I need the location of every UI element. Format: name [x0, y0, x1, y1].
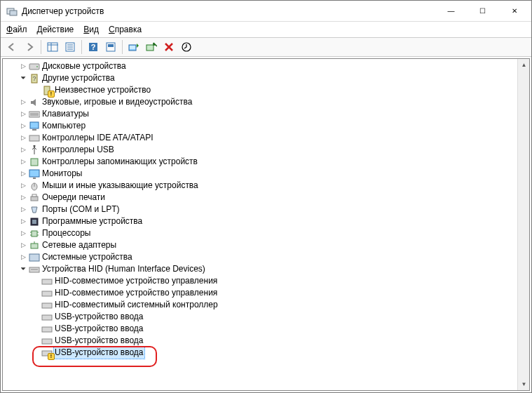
disable-button[interactable]: [161, 39, 177, 55]
expand-arrow-icon[interactable]: ▷: [18, 239, 28, 251]
tree-item-usb-input[interactable]: USB-устройство ввода: [3, 323, 517, 335]
tree-item-sound[interactable]: ▷ Звуковые, игровые и видеоустройства: [3, 96, 517, 108]
warning-overlay-icon: !: [48, 353, 55, 360]
tree-item-usb[interactable]: ▷ Контроллеры USB: [3, 144, 517, 156]
window-title: Диспетчер устройств: [22, 6, 435, 16]
svg-rect-50: [42, 303, 52, 308]
tree-item-other[interactable]: ⏷ ? Другие устройства: [3, 72, 517, 84]
svg-rect-1: [10, 11, 17, 15]
expand-arrow-icon[interactable]: ▷: [18, 215, 28, 227]
svg-rect-52: [42, 327, 52, 332]
expand-arrow-icon[interactable]: ▷: [18, 251, 28, 263]
device-tree[interactable]: ▷ Дисковые устройства ⏷ ? Другие устройс…: [3, 59, 517, 390]
maximize-button[interactable]: ☐: [467, 1, 498, 21]
expand-arrow-icon[interactable]: ▷: [18, 204, 28, 215]
tree-item-keyboards[interactable]: ▷ Клавиатуры: [3, 108, 517, 120]
tree-item-cpu[interactable]: ▷ Процессоры: [3, 227, 517, 239]
expand-arrow-icon[interactable]: ▷: [18, 120, 28, 132]
tree-item-unknown[interactable]: ! Неизвестное устройство: [3, 84, 517, 96]
scroll-down-button[interactable]: ▼: [518, 378, 530, 390]
tree-item-usb-input[interactable]: USB-устройство ввода: [3, 335, 517, 347]
menu-file[interactable]: Файл: [6, 25, 27, 34]
expand-arrow-icon[interactable]: ▷: [18, 192, 28, 204]
other-icon: ?: [28, 73, 41, 84]
menubar: Файл Действие Вид Справка: [1, 22, 531, 37]
nav-forward-button[interactable]: [21, 39, 38, 55]
svg-rect-43: [31, 244, 38, 248]
svg-rect-35: [32, 194, 36, 196]
titlebar[interactable]: Диспетчер устройств — ☐ ✕: [1, 1, 531, 22]
expand-arrow-icon[interactable]: ▷: [18, 132, 28, 144]
update-driver-button[interactable]: [125, 39, 142, 55]
tree-item-usb-input-warning[interactable]: ! USB-устройство ввода: [3, 347, 517, 359]
tree-item-netadapters[interactable]: ▷ Сетевые адаптеры: [3, 239, 517, 251]
tree-item-storage-ctl[interactable]: ▷ Контроллеры запоминающих устройств: [3, 156, 517, 168]
tree-item-usb-input[interactable]: USB-устройство ввода: [3, 311, 517, 323]
tree-item-disk[interactable]: ▷ Дисковые устройства: [3, 60, 517, 72]
minimize-button[interactable]: —: [435, 1, 467, 21]
scan-hardware-button[interactable]: [178, 39, 195, 55]
help-button[interactable]: ?: [85, 39, 102, 55]
expand-arrow-icon[interactable]: ▷: [18, 60, 28, 72]
app-icon: [6, 6, 18, 17]
hid-device-icon: [41, 324, 53, 335]
menu-help[interactable]: Справка: [109, 25, 142, 34]
show-hide-tree-button[interactable]: [44, 39, 61, 55]
tree-item-sysdev[interactable]: ▷ Системные устройства: [3, 251, 517, 263]
tree-item-printq[interactable]: ▷ Очереди печати: [3, 192, 517, 204]
tree-item-ide[interactable]: ▷ Контроллеры IDE ATA/ATAPI: [3, 132, 517, 144]
cpu-icon: [28, 228, 41, 239]
toolbar: ?: [1, 37, 531, 57]
ports-icon: [28, 204, 41, 215]
uninstall-button[interactable]: [143, 39, 160, 55]
hid-device-icon: !: [41, 347, 53, 359]
network-icon: [28, 240, 41, 251]
printer-icon: [28, 192, 41, 204]
menu-view[interactable]: Вид: [83, 25, 99, 34]
tree-item-computer[interactable]: ▷ Компьютер: [3, 120, 517, 132]
usb-icon: [28, 145, 41, 156]
hid-device-icon: [41, 288, 53, 299]
expand-arrow-icon[interactable]: ▷: [18, 144, 28, 156]
toolbar-separator: [81, 40, 82, 54]
close-button[interactable]: ✕: [498, 1, 530, 21]
collapse-arrow-icon[interactable]: ⏷: [18, 263, 28, 275]
svg-rect-45: [29, 254, 39, 261]
svg-rect-26: [32, 129, 36, 131]
svg-rect-51: [42, 315, 52, 320]
svg-rect-2: [48, 43, 57, 51]
software-icon: [28, 216, 41, 227]
tree-item-monitors[interactable]: ▷ Мониторы: [3, 168, 517, 180]
expand-arrow-icon[interactable]: ▷: [18, 168, 28, 180]
storage-icon: [28, 156, 41, 168]
properties-button[interactable]: [62, 39, 79, 55]
expand-arrow-icon[interactable]: ▷: [18, 180, 28, 192]
svg-rect-53: [42, 339, 52, 344]
tree-item-ports[interactable]: ▷ Порты (COM и LPT): [3, 204, 517, 215]
svg-rect-27: [29, 135, 39, 141]
tree-item-hid[interactable]: ⏷ Устройства HID (Human Interface Device…: [3, 263, 517, 275]
tree-item-mice[interactable]: ▷ Мыши и иные указывающие устройства: [3, 180, 517, 192]
sound-icon: [28, 97, 41, 108]
scroll-up-button[interactable]: ▲: [518, 59, 530, 71]
hid-icon: [28, 264, 41, 275]
vertical-scrollbar[interactable]: ▲ ▼: [517, 59, 529, 390]
tree-item-hid-compat[interactable]: HID-совместимое устройство управления: [3, 287, 517, 299]
svg-rect-34: [31, 196, 38, 201]
expand-arrow-icon[interactable]: ▷: [18, 227, 28, 239]
tree-item-hid-sysctl[interactable]: HID-совместимый системный контроллер: [3, 299, 517, 311]
toolbar-separator: [122, 40, 123, 54]
expand-arrow-icon[interactable]: ▷: [18, 108, 28, 120]
expand-arrow-icon[interactable]: ▷: [18, 96, 28, 108]
menu-action[interactable]: Действие: [37, 25, 74, 34]
svg-rect-22: [29, 112, 40, 117]
svg-rect-48: [42, 279, 52, 284]
toolbar-separator: [41, 40, 41, 54]
nav-back-button[interactable]: [4, 39, 20, 55]
tree-item-hid-compat[interactable]: HID-совместимое устройство управления: [3, 275, 517, 287]
svg-text:?: ?: [91, 43, 96, 51]
expand-arrow-icon[interactable]: ▷: [18, 156, 28, 168]
tree-item-software[interactable]: ▷ Программные устройства: [3, 215, 517, 227]
action-button[interactable]: [102, 39, 119, 55]
collapse-arrow-icon[interactable]: ⏷: [18, 72, 28, 84]
